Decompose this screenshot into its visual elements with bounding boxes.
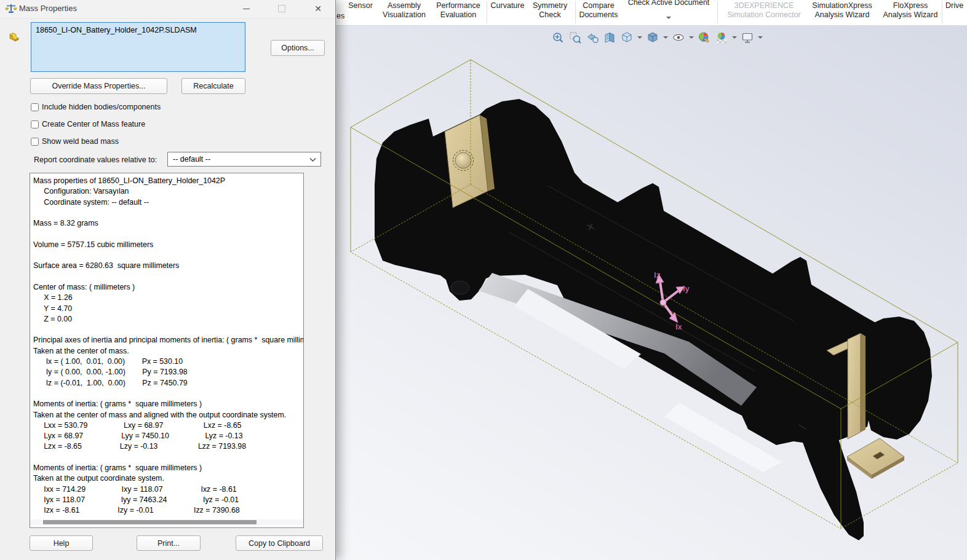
chevron-down-icon[interactable] (666, 17, 671, 19)
copy-to-clipboard-button[interactable]: Copy to Clipboard (236, 535, 323, 551)
tab-simulationxpress-analysis-wizard[interactable]: SimulationXpressAnalysis Wizard (805, 0, 880, 25)
ribbon-separator (487, 1, 487, 23)
weld-bead-checkbox[interactable] (31, 138, 39, 146)
tab-sensor[interactable]: Sensor (342, 0, 379, 25)
mounting-pin (451, 281, 469, 294)
mass-properties-results-text: Mass properties of 18650_LI-ON_Battery_H… (30, 173, 303, 516)
tab-assembly-visualization[interactable]: AssemblyVisualization (376, 0, 432, 25)
coordinate-system-dropdown[interactable]: -- default -- (167, 152, 321, 167)
hide-show-items-dropdown[interactable] (688, 29, 694, 46)
apply-scene-dropdown[interactable] (731, 29, 738, 46)
checkbox-create-com[interactable]: Create Center of Mass feature (31, 120, 145, 128)
tab-compare-documents[interactable]: CompareDocuments (577, 0, 620, 25)
tab-3dexperience-simulation-connector[interactable]: 3DEXPERIENCESimulation Connector (725, 0, 803, 25)
hide-show-items-icon[interactable] (671, 29, 686, 46)
iz-axis-label: Iz (654, 270, 661, 280)
contact-dome (455, 152, 471, 168)
dialog-title-bar[interactable]: Mass Properties ✕ (0, 0, 335, 18)
maximize-button[interactable] (269, 0, 294, 17)
dialog-title: Mass Properties (19, 4, 77, 13)
tab-symmetry-check[interactable]: SymmetryCheck (528, 0, 572, 25)
print-button[interactable]: Print... (137, 535, 201, 551)
tab-performance-evaluation[interactable]: PerformanceEvaluation (432, 0, 485, 25)
selected-document-name: 18650_LI-ON_Battery_Holder_1042P.SLDASM (36, 26, 239, 34)
edit-appearance-icon[interactable] (696, 29, 712, 46)
mass-properties-icon (5, 2, 17, 15)
recalculate-button[interactable]: Recalculate (181, 78, 245, 94)
zoom-fit-icon[interactable] (550, 29, 565, 46)
view-orientation-dropdown[interactable] (636, 29, 643, 46)
apply-scene-icon[interactable] (714, 29, 729, 46)
close-icon: ✕ (314, 4, 322, 13)
report-coordinates-label: Report coordinate values relative to: (34, 156, 157, 164)
ribbon-separator (942, 1, 942, 23)
close-button[interactable]: ✕ (306, 0, 330, 17)
triad-origin (660, 299, 666, 306)
minimize-button[interactable] (234, 0, 258, 17)
assembly-part-icon (7, 30, 21, 43)
view-settings-dropdown[interactable] (757, 29, 763, 46)
iy-axis-label: Iy (683, 284, 690, 293)
section-view-icon[interactable] (602, 29, 617, 46)
chevron-down-icon (309, 157, 316, 162)
tab-floxpress-analysis-wizard[interactable]: FloXpressAnalysis Wizard (881, 0, 940, 25)
tab-fragment-right[interactable]: Drive (945, 1, 963, 10)
help-button[interactable]: Help (30, 535, 93, 551)
mass-properties-dialog: Mass Properties ✕ 18650_LI-ON_Battery_Ho… (0, 0, 336, 560)
view-settings-icon[interactable] (739, 29, 755, 46)
previous-view-icon[interactable] (584, 29, 600, 46)
options-button[interactable]: Options... (271, 40, 325, 56)
view-orientation-icon[interactable] (619, 29, 634, 46)
scrollbar-thumb[interactable] (43, 520, 257, 524)
create-com-checkbox[interactable] (31, 120, 39, 128)
checkbox-include-hidden[interactable]: Include hidden bodies/components (31, 103, 161, 111)
display-style-icon[interactable] (645, 29, 660, 46)
display-style-dropdown[interactable] (662, 29, 669, 46)
results-horizontal-scrollbar[interactable] (30, 519, 303, 525)
include-hidden-checkbox[interactable] (31, 103, 39, 111)
ribbon-separator (717, 1, 718, 23)
zoom-area-icon[interactable] (567, 29, 583, 46)
tab-curvature[interactable]: Curvature (488, 0, 527, 25)
ix-axis-label: Ix (675, 322, 682, 331)
heads-up-view-toolbar (550, 28, 763, 47)
tab-check-active-document[interactable]: Check Active Document (623, 0, 715, 25)
mass-properties-results-box[interactable]: Mass properties of 18650_LI-ON_Battery_H… (30, 173, 304, 528)
checkbox-weld-bead[interactable]: Show weld bead mass (31, 137, 119, 146)
override-mass-properties-button[interactable]: Override Mass Properties... (30, 78, 167, 94)
ribbon-separator (575, 1, 576, 23)
